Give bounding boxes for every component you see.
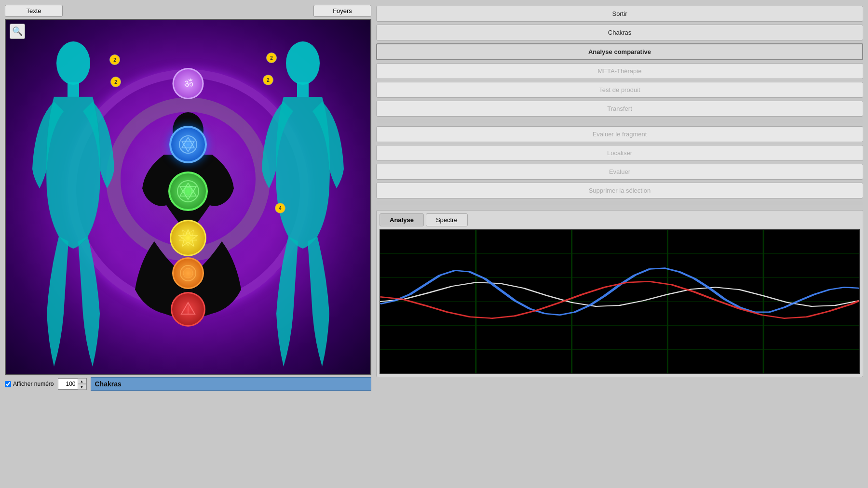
supprimer-button[interactable]: Supprimer la sélection bbox=[376, 183, 863, 198]
afficher-numero-checkbox-label[interactable]: Afficher numéro bbox=[5, 381, 54, 387]
svg-point-2 bbox=[286, 41, 320, 85]
left-panel: Texte Foyers bbox=[5, 5, 371, 391]
svg-marker-14 bbox=[179, 230, 197, 246]
chakra-heart bbox=[168, 171, 208, 211]
chakra-root bbox=[171, 292, 205, 327]
section-divider-1 bbox=[376, 119, 863, 123]
analyse-tab[interactable]: Analyse bbox=[380, 213, 424, 226]
chakra-throat bbox=[169, 126, 207, 163]
svg-marker-8 bbox=[182, 137, 194, 148]
svg-rect-3 bbox=[297, 82, 309, 97]
test-de-produit-button[interactable]: Test de produit bbox=[376, 82, 863, 98]
marker-shoulder-right: 2 bbox=[263, 75, 273, 85]
foyers-button[interactable]: Foyers bbox=[313, 5, 371, 17]
sortir-button[interactable]: Sortir bbox=[376, 6, 863, 22]
right-panel: Sortir Chakras Analyse comparative META-… bbox=[376, 5, 863, 377]
svg-point-0 bbox=[56, 41, 90, 85]
main-image-container: ॐ bbox=[5, 19, 371, 375]
spin-up-button[interactable]: ▲ bbox=[78, 378, 86, 384]
svg-point-13 bbox=[184, 187, 192, 195]
svg-point-7 bbox=[179, 136, 197, 153]
magnifier-icon: 🔍 bbox=[12, 26, 23, 37]
top-toolbar: Texte Foyers bbox=[5, 5, 371, 17]
section-divider-2 bbox=[376, 201, 863, 205]
meta-therapie-button[interactable]: META-Thérapie bbox=[376, 63, 863, 79]
svg-marker-9 bbox=[182, 141, 194, 152]
svg-rect-1 bbox=[68, 82, 79, 97]
evaluer-button[interactable]: Evaluer bbox=[376, 164, 863, 180]
spectre-tab[interactable]: Spectre bbox=[426, 213, 468, 226]
chakra-image: ॐ bbox=[6, 20, 370, 374]
afficher-numero-label: Afficher numéro bbox=[13, 381, 54, 387]
analyse-comparative-button[interactable]: Analyse comparative bbox=[376, 43, 863, 60]
svg-text:ॐ: ॐ bbox=[184, 77, 193, 89]
afficher-numero-checkbox[interactable] bbox=[5, 381, 11, 387]
chakra-crown: ॐ bbox=[173, 68, 204, 99]
status-text: Chakras bbox=[95, 380, 122, 388]
number-input-wrap: ▲ ▼ bbox=[58, 378, 87, 390]
localiser-button[interactable]: Localiser bbox=[376, 145, 863, 161]
magnifier-button[interactable]: 🔍 bbox=[10, 24, 25, 39]
wave-canvas bbox=[380, 229, 860, 374]
marker-shoulder-left: 2 bbox=[110, 77, 121, 87]
evaluer-fragment-button[interactable]: Evaluer le fragment bbox=[376, 126, 863, 142]
wave-section: Analyse Spectre bbox=[376, 210, 863, 377]
spin-down-button[interactable]: ▼ bbox=[78, 384, 86, 390]
svg-point-17 bbox=[183, 268, 193, 278]
transfert-button[interactable]: Transfert bbox=[376, 101, 863, 117]
chakras-button[interactable]: Chakras bbox=[376, 25, 863, 40]
marker-head-left: 2 bbox=[109, 54, 120, 65]
chakra-sacral bbox=[172, 257, 204, 289]
chakra-solar bbox=[170, 220, 206, 256]
spin-buttons: ▲ ▼ bbox=[78, 378, 86, 390]
texte-button[interactable]: Texte bbox=[5, 5, 63, 17]
marker-head-right: 2 bbox=[266, 53, 277, 63]
number-input[interactable] bbox=[58, 380, 78, 388]
status-bar: Chakras bbox=[91, 377, 372, 391]
wave-tabs: Analyse Spectre bbox=[380, 213, 860, 226]
bottom-bar: Afficher numéro ▲ ▼ Chakras bbox=[5, 377, 371, 391]
marker-foot-right: 4 bbox=[275, 203, 285, 213]
